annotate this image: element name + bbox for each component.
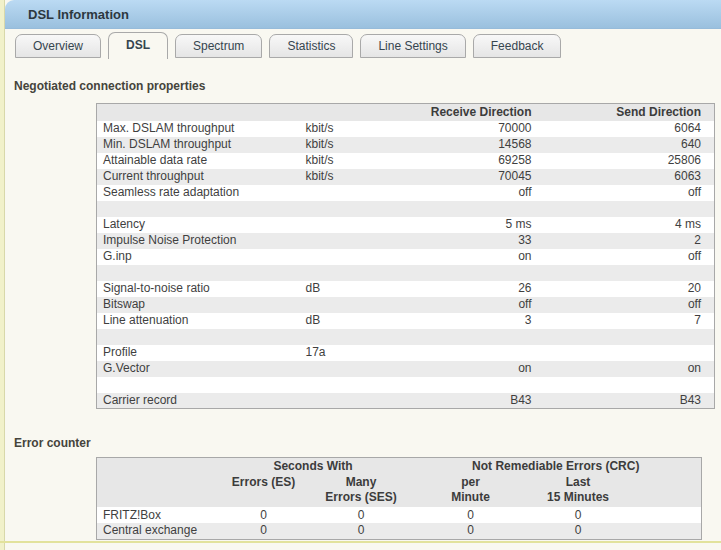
tab-feedback[interactable]: Feedback [473,34,562,58]
receive-cell: on [392,361,540,377]
label-cell [97,265,302,281]
error-col-header: ManyErrors (SES) [312,474,411,507]
spacer-row [97,265,715,281]
filler-cell [626,507,702,523]
filler-cell [626,523,702,539]
receive-cell: 5 ms [392,217,540,233]
receive-cell [392,265,540,281]
error-value-cell: 0 [216,507,312,523]
header-empty [97,104,302,121]
tab-statistics[interactable]: Statistics [269,34,353,58]
error-value-cell: 0 [216,523,312,539]
label-cell: Max. DSLAM throughput [97,121,302,137]
receive-cell: 26 [392,281,540,297]
send-cell: 6064 [540,121,715,137]
send-cell: 2 [540,233,715,249]
receive-cell: 14568 [392,137,540,153]
receive-cell [392,377,540,393]
unit-cell: kbit/s [302,169,392,185]
unit-cell [302,393,392,409]
error-value-cell: 0 [411,507,531,523]
send-cell: 25806 [540,153,715,169]
unit-cell [302,329,392,345]
send-cell: 4 ms [540,217,715,233]
error-value-cell: 0 [411,523,531,539]
unit-cell: kbit/s [302,137,392,153]
send-cell: off [540,185,715,201]
label-cell: Carrier record [97,393,302,409]
receive-cell: 70045 [392,169,540,185]
negotiated-properties-table: Receive Direction Send Direction Max. DS… [96,103,715,409]
header-empty [97,458,216,475]
property-row: Attainable data ratekbit/s6925825806 [97,153,715,169]
header-empty [302,104,392,121]
error-group-header-row: Seconds With Not Remediable Errors (CRC) [97,458,702,475]
tab-overview[interactable]: Overview [15,34,101,58]
label-cell [97,201,302,217]
error-subheader-row: Errors (ES)ManyErrors (SES)perMinuteLast… [97,474,702,507]
send-cell: B43 [540,393,715,409]
label-cell: Profile [97,345,302,361]
spacer-row [97,201,715,217]
tab-bar: OverviewDSLSpectrumStatisticsLine Settin… [15,32,561,59]
receive-cell: 3 [392,313,540,329]
property-row: G.inp onoff [97,249,715,265]
label-cell: G.Vector [97,361,302,377]
property-row: Min. DSLAM throughputkbit/s14568640 [97,137,715,153]
receive-cell [392,329,540,345]
send-cell: on [540,361,715,377]
unit-cell [302,201,392,217]
receive-cell: B43 [392,393,540,409]
label-cell [97,329,302,345]
send-cell [540,329,715,345]
tab-dsl[interactable]: DSL [108,32,168,59]
unit-cell: dB [302,313,392,329]
property-row: Profile17a [97,345,715,361]
unit-cell [302,361,392,377]
error-value-cell: 0 [531,523,626,539]
send-cell: 7 [540,313,715,329]
section-title-negotiated: Negotiated connection properties [14,79,205,93]
send-cell: 20 [540,281,715,297]
label-cell: Impulse Noise Protection [97,233,302,249]
error-row: FRITZ!Box0000 [97,507,702,523]
send-cell [540,345,715,361]
header-send-direction: Send Direction [540,104,715,121]
receive-cell [392,201,540,217]
receive-cell: 33 [392,233,540,249]
label-cell: Latency [97,217,302,233]
unit-cell [302,185,392,201]
page-title: DSL Information [28,7,129,22]
send-cell [540,377,715,393]
receive-cell: off [392,185,540,201]
label-cell: Line attenuation [97,313,302,329]
header-empty [97,474,216,507]
label-cell: G.inp [97,249,302,265]
unit-cell: kbit/s [302,121,392,137]
tab-spectrum[interactable]: Spectrum [175,34,262,58]
header-not-remediable-crc: Not Remediable Errors (CRC) [411,458,702,475]
error-row: Central exchange0000 [97,523,702,539]
label-cell: Bitswap [97,297,302,313]
error-row-label: FRITZ!Box [97,507,216,523]
tab-line-settings[interactable]: Line Settings [360,34,465,58]
unit-cell [302,297,392,313]
label-cell: Attainable data rate [97,153,302,169]
receive-cell: 70000 [392,121,540,137]
error-col-header: Last15 Minutes [531,474,626,507]
unit-cell: kbit/s [302,153,392,169]
unit-cell: dB [302,281,392,297]
unit-cell [302,217,392,233]
unit-cell: 17a [302,345,392,361]
titlebar: DSL Information [5,0,721,29]
page-left-accent-strip [0,0,5,550]
send-cell: 6063 [540,169,715,185]
label-cell: Signal-to-noise ratio [97,281,302,297]
property-row: G.Vector onon [97,361,715,377]
property-row: Signal-to-noise ratiodB2620 [97,281,715,297]
header-seconds-with: Seconds With [216,458,411,475]
error-value-cell: 0 [312,523,411,539]
error-value-cell: 0 [531,507,626,523]
label-cell: Seamless rate adaptation [97,185,302,201]
section-title-error-counter: Error counter [14,436,91,450]
